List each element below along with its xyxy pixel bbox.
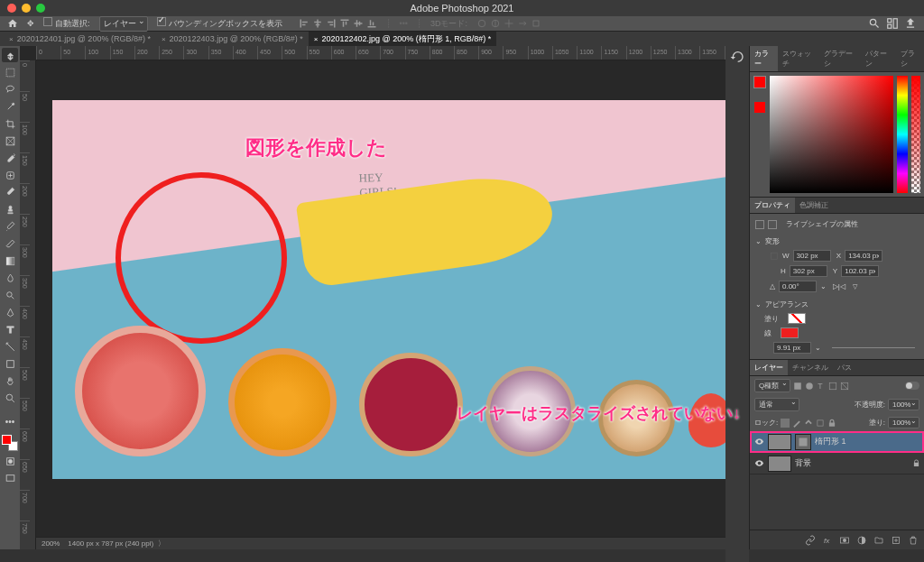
tab-close-icon[interactable]: × xyxy=(314,35,319,43)
tab-paths[interactable]: パス xyxy=(833,360,856,375)
pen-tool[interactable] xyxy=(2,305,18,319)
document-tab-2[interactable]: ×2020122402.jpg @ 200% (楕円形 1, RGB/8#) * xyxy=(309,32,496,47)
search-icon[interactable] xyxy=(868,17,881,30)
align-hcenter-icon[interactable] xyxy=(312,18,323,29)
path-tool[interactable] xyxy=(2,339,18,354)
opacity-value[interactable]: 100% xyxy=(888,399,919,410)
window-close[interactable] xyxy=(7,4,16,13)
canvas[interactable]: HEY GIRLS! xyxy=(52,100,738,479)
align-vcenter-icon[interactable] xyxy=(353,18,364,29)
prop-stroke-width[interactable] xyxy=(773,342,811,354)
prop-x[interactable] xyxy=(845,250,882,262)
ellipse-shape[interactable] xyxy=(116,172,287,344)
screenmode-tool[interactable] xyxy=(2,471,18,485)
dodge-tool[interactable] xyxy=(2,288,18,302)
quickmask-tool[interactable] xyxy=(2,454,18,468)
tab-properties[interactable]: プロパティ xyxy=(750,198,795,213)
home-icon[interactable] xyxy=(7,18,18,29)
move-tool[interactable] xyxy=(2,48,18,62)
3d-slide-icon[interactable] xyxy=(517,18,528,29)
tab-adjustments[interactable]: 色調補正 xyxy=(795,198,833,213)
frame-tool[interactable] xyxy=(2,134,18,148)
filter-pixel-icon[interactable] xyxy=(793,382,802,391)
filter-shape-icon[interactable] xyxy=(828,382,837,391)
tab-close-icon[interactable]: × xyxy=(9,35,14,43)
blur-tool[interactable] xyxy=(2,271,18,285)
filter-toggle[interactable] xyxy=(905,382,919,390)
3d-pan-icon[interactable] xyxy=(504,18,514,29)
tab-close-icon[interactable]: × xyxy=(162,35,166,43)
stroke-weight-slider[interactable] xyxy=(832,347,915,348)
new-layer-icon[interactable] xyxy=(891,535,901,546)
type-tool[interactable] xyxy=(2,322,18,336)
adjustment-layer-icon[interactable] xyxy=(856,535,867,546)
share-icon[interactable] xyxy=(904,17,917,30)
show-bbox-checkbox[interactable] xyxy=(157,17,166,26)
gradient-tool[interactable] xyxy=(2,253,18,268)
align-right-icon[interactable] xyxy=(326,18,337,29)
zoom-tool[interactable] xyxy=(2,391,18,405)
delete-layer-icon[interactable] xyxy=(908,535,919,546)
fill-swatch[interactable] xyxy=(788,313,806,324)
eyedropper-tool[interactable] xyxy=(2,151,18,165)
layer-0[interactable]: 楕円形 1 xyxy=(750,431,924,453)
lock-all-icon[interactable] xyxy=(827,419,836,428)
tab-layers[interactable]: レイヤー xyxy=(750,360,788,375)
align-top-icon[interactable] xyxy=(339,18,350,29)
lasso-tool[interactable] xyxy=(2,82,18,97)
crop-tool[interactable] xyxy=(2,116,18,131)
filter-smart-icon[interactable] xyxy=(840,382,849,391)
fill-opacity-value[interactable]: 100% xyxy=(888,417,919,428)
group-icon[interactable] xyxy=(873,535,884,546)
lock-transparent-icon[interactable] xyxy=(781,419,790,428)
hand-tool[interactable] xyxy=(2,373,18,388)
color-tab-2[interactable]: グラデーシ xyxy=(819,46,861,71)
eraser-tool[interactable] xyxy=(2,236,18,251)
auto-select-checkbox[interactable] xyxy=(43,17,52,26)
fg-swatch[interactable] xyxy=(753,76,766,88)
prop-angle[interactable] xyxy=(779,281,817,292)
align-left-icon[interactable] xyxy=(299,18,310,29)
3d-zoom-icon[interactable] xyxy=(531,18,541,29)
wand-tool[interactable] xyxy=(2,99,18,114)
3d-roll-icon[interactable] xyxy=(490,18,501,29)
layer-dropdown[interactable]: レイヤー xyxy=(99,16,148,32)
stroke-swatch[interactable] xyxy=(781,327,799,338)
prop-height[interactable] xyxy=(790,265,827,277)
window-minimize[interactable] xyxy=(22,4,31,13)
color-field[interactable] xyxy=(770,76,893,193)
prop-y[interactable] xyxy=(841,265,879,277)
align-bottom-icon[interactable] xyxy=(366,18,377,29)
color-tab-4[interactable]: ブラシ xyxy=(896,46,924,71)
document-tab-1[interactable]: ×2020122403.jpg @ 200% (RGB/8#) * xyxy=(156,32,309,45)
lock-pixels-icon[interactable] xyxy=(792,419,801,428)
canvas-area[interactable]: 0501001502002503003504004505005506006507… xyxy=(20,46,749,549)
color-tab-0[interactable]: カラー xyxy=(750,46,778,71)
window-maximize[interactable] xyxy=(36,4,45,13)
history-brush-tool[interactable] xyxy=(2,219,18,234)
hue-slider[interactable] xyxy=(897,76,908,193)
tab-channels[interactable]: チャンネル xyxy=(788,360,833,375)
history-panel-icon[interactable] xyxy=(730,50,744,64)
visibility-icon[interactable] xyxy=(753,437,764,447)
stamp-tool[interactable] xyxy=(2,202,18,217)
color-tab-1[interactable]: スウォッチ xyxy=(778,46,819,71)
filter-adjust-icon[interactable] xyxy=(805,382,814,391)
workspace-icon[interactable] xyxy=(886,17,899,30)
color-tab-3[interactable]: パターン xyxy=(861,46,896,71)
filter-text-icon[interactable]: T xyxy=(817,382,826,391)
bg-swatch[interactable] xyxy=(753,101,766,114)
lock-artboard-icon[interactable] xyxy=(816,419,825,428)
prop-width[interactable] xyxy=(793,250,831,262)
healing-tool[interactable] xyxy=(2,168,18,182)
3d-orbit-icon[interactable] xyxy=(476,18,487,29)
marquee-tool[interactable] xyxy=(2,65,18,79)
prop-transform-header[interactable]: 変形 xyxy=(765,236,780,246)
alpha-slider[interactable] xyxy=(911,76,920,193)
link-layers-icon[interactable] xyxy=(805,535,816,546)
prop-appearance-header[interactable]: アピアランス xyxy=(765,299,808,309)
layer-style-icon[interactable]: fx xyxy=(822,535,833,546)
layer-mask-icon[interactable] xyxy=(839,535,850,546)
layer-1[interactable]: 背景 xyxy=(750,453,924,474)
color-swatch[interactable] xyxy=(2,435,18,451)
